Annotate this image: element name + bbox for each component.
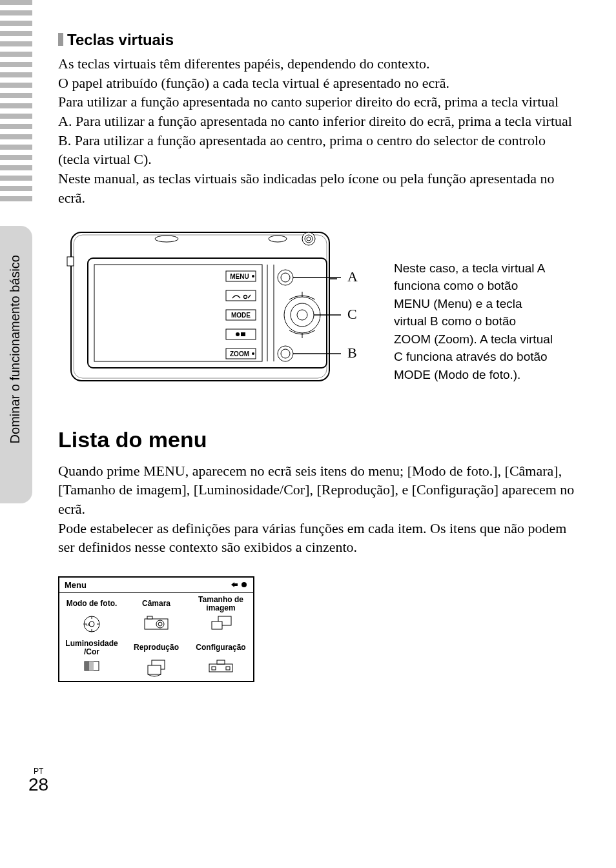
footer-page-number: 28: [28, 776, 48, 794]
mode-dial-icon: iA: [81, 615, 103, 633]
svg-rect-55: [212, 667, 216, 670]
diagram-btn-mode: MODE: [231, 312, 251, 319]
menu-item-camara: Câmara: [124, 593, 189, 637]
s1-p2: O papel atribuído (função) a cada tecla …: [58, 75, 449, 91]
section-heading-teclas: Teclas virtuais: [58, 31, 575, 49]
svg-rect-47: [212, 621, 222, 629]
heading-text: Teclas virtuais: [67, 31, 174, 48]
menu-item-config: Configuração: [189, 637, 253, 681]
svg-rect-49: [85, 661, 89, 671]
diagram-label-b: B: [347, 345, 357, 361]
svg-rect-56: [226, 667, 230, 670]
s2-p2: Pode estabelecer as definições para vári…: [58, 520, 566, 556]
page-footer: PT 28: [28, 767, 48, 794]
section1-body: As teclas virtuais têm diferentes papéis…: [58, 54, 575, 208]
svg-rect-33: [67, 257, 74, 266]
svg-point-10: [252, 275, 254, 278]
svg-point-29: [281, 349, 290, 358]
menu-item-modo: Modo de foto. iA: [59, 593, 124, 637]
margin-stripes: [0, 0, 32, 207]
section-heading-lista: Lista do menu: [58, 427, 575, 452]
menu-item-reproducao: Reprodução: [124, 637, 189, 681]
svg-rect-54: [217, 660, 225, 664]
svg-rect-43: [147, 616, 152, 619]
svg-point-6: [307, 237, 311, 241]
svg-point-36: [89, 621, 94, 627]
svg-rect-52: [148, 665, 161, 674]
svg-text:iA: iA: [87, 623, 90, 627]
menu-title: Menu: [65, 580, 87, 590]
side-section-label: Dominar o funcionamento básico: [8, 255, 23, 443]
diagram-label-c: C: [347, 306, 357, 322]
s1-p3: Para utilizar a função apresentada no ca…: [58, 94, 572, 167]
image-size-icon: [209, 615, 232, 632]
diagram-btn-menu: MENU: [230, 273, 249, 280]
svg-point-3: [269, 236, 287, 242]
camera-icon: [143, 615, 169, 631]
s1-p1: As teclas virtuais têm diferentes papéis…: [58, 56, 430, 72]
svg-rect-16: [241, 332, 245, 336]
svg-rect-50: [89, 661, 94, 671]
svg-point-34: [241, 582, 247, 587]
menu-title-icons: [230, 581, 248, 589]
section2-body: Quando prime MENU, aparecem no ecrã seis…: [58, 461, 575, 557]
camera-diagram: MENU MODE ZOOM: [58, 227, 362, 389]
setup-toolbox-icon: [207, 659, 235, 673]
s1-p4: Neste manual, as teclas virtuais são ind…: [58, 170, 555, 206]
playback-icon: [144, 659, 169, 677]
menu-item-luminosidade: Luminosidade /Cor: [59, 637, 124, 681]
svg-point-2: [155, 236, 178, 242]
svg-point-22: [281, 273, 290, 282]
svg-rect-11: [226, 290, 256, 301]
menu-screenshot: Menu Modo de foto. iA Câmara Tamanho de …: [58, 576, 254, 682]
svg-point-25: [297, 310, 307, 320]
svg-point-18: [252, 352, 254, 355]
diagram-btn-zoom: ZOOM: [230, 350, 249, 358]
menu-item-tamanho: Tamanho de imagem: [189, 593, 253, 637]
svg-point-45: [158, 622, 162, 626]
s2-p1: Quando prime MENU, aparecem no ecrã seis…: [58, 463, 574, 517]
svg-point-15: [236, 332, 240, 336]
diagram-label-a: A: [347, 268, 358, 285]
brightness-color-icon: [82, 659, 101, 673]
diagram-caption: Neste caso, a tecla virtual A funciona c…: [394, 259, 555, 384]
